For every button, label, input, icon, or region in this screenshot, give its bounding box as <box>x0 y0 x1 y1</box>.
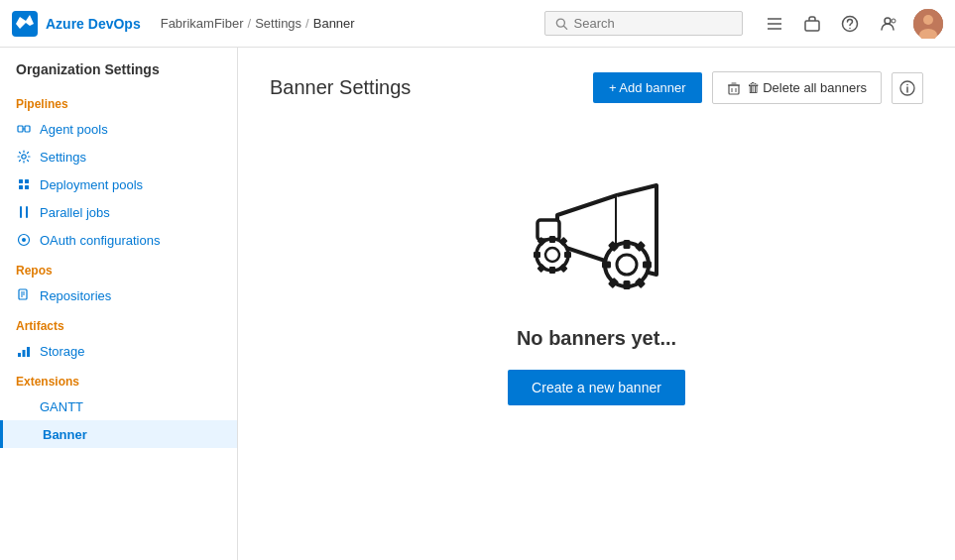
sidebar-item-settings[interactable]: Settings <box>0 143 237 170</box>
page-title: Banner Settings <box>270 76 411 99</box>
svg-rect-18 <box>25 179 29 183</box>
svg-rect-57 <box>602 262 611 269</box>
svg-rect-56 <box>643 262 652 269</box>
svg-point-8 <box>885 18 891 24</box>
search-input[interactable] <box>574 16 732 31</box>
sidebar-item-deployment-pools[interactable]: Deployment pools <box>0 170 237 198</box>
person-settings-icon[interactable] <box>876 12 899 36</box>
svg-line-1 <box>564 26 567 29</box>
logo-text: Azure DevOps <box>46 16 141 32</box>
svg-point-7 <box>849 27 851 29</box>
search-box[interactable] <box>544 11 743 36</box>
breadcrumb-sep-2: / <box>305 16 309 31</box>
breadcrumb-banner: Banner <box>313 16 355 31</box>
svg-point-39 <box>906 83 908 85</box>
empty-state: No banners yet... Create a new banner <box>270 136 923 445</box>
sidebar-item-repositories[interactable]: Repositories <box>0 281 237 309</box>
svg-point-9 <box>892 19 895 23</box>
svg-rect-17 <box>19 179 23 183</box>
empty-illustration <box>508 175 686 307</box>
storage-icon <box>16 343 32 359</box>
svg-rect-5 <box>805 21 819 31</box>
settings-icon <box>16 149 32 165</box>
svg-rect-55 <box>623 280 630 289</box>
sidebar: Organization Settings Pipelines Agent po… <box>0 48 238 560</box>
info-icon <box>899 80 915 96</box>
briefcase-icon[interactable] <box>800 12 824 36</box>
svg-rect-31 <box>27 347 30 357</box>
parallel-jobs-icon <box>16 204 32 220</box>
breadcrumb: FabrikamFiber / Settings / Banner <box>161 16 355 31</box>
section-extensions: Extensions <box>0 365 237 392</box>
info-button[interactable] <box>892 72 923 104</box>
help-icon[interactable] <box>838 12 862 36</box>
create-new-banner-button[interactable]: Create a new banner <box>508 370 685 405</box>
svg-rect-19 <box>19 185 23 189</box>
breadcrumb-sep-1: / <box>248 16 252 31</box>
svg-rect-41 <box>537 220 559 240</box>
settings-label: Settings <box>40 150 86 165</box>
section-artifacts: Artifacts <box>0 309 237 337</box>
top-nav: Azure DevOps FabrikamFiber / Settings / … <box>0 0 955 48</box>
svg-rect-46 <box>564 252 571 258</box>
delete-all-label: 🗑 Delete all banners <box>747 80 867 95</box>
storage-label: Storage <box>40 344 85 359</box>
svg-point-53 <box>617 255 637 275</box>
sidebar-item-parallel-jobs[interactable]: Parallel jobs <box>0 198 237 226</box>
banner-illustration <box>508 175 686 304</box>
deployment-pools-label: Deployment pools <box>40 177 143 192</box>
sidebar-title: Organization Settings <box>0 48 237 87</box>
gantt-label: GANTT <box>40 399 83 414</box>
svg-point-24 <box>22 238 26 242</box>
sidebar-item-gantt[interactable]: GANTT <box>0 392 237 420</box>
svg-point-11 <box>923 15 933 25</box>
svg-rect-44 <box>549 236 555 243</box>
repositories-label: Repositories <box>40 288 111 303</box>
empty-state-title: No banners yet... <box>517 327 676 350</box>
svg-rect-14 <box>25 126 30 132</box>
banner-nav-label: Banner <box>43 427 87 442</box>
sidebar-item-banner[interactable]: Banner <box>0 420 237 448</box>
section-pipelines: Pipelines <box>0 87 237 115</box>
add-banner-button[interactable]: + Add banner <box>593 72 702 103</box>
content-header: Banner Settings + Add banner 🗑 Delete al… <box>270 71 923 104</box>
parallel-jobs-label: Parallel jobs <box>40 205 110 220</box>
trash-icon <box>727 81 741 95</box>
breadcrumb-settings[interactable]: Settings <box>255 16 301 31</box>
logo-icon <box>12 11 38 37</box>
agent-pools-icon <box>16 121 32 137</box>
section-repos: Repos <box>0 254 237 281</box>
sidebar-item-storage[interactable]: Storage <box>0 337 237 365</box>
oauth-label: OAuth configurations <box>40 233 160 248</box>
svg-rect-54 <box>623 240 630 249</box>
add-banner-label: + Add banner <box>609 80 686 95</box>
breadcrumb-fabrikam[interactable]: FabrikamFiber <box>161 16 244 31</box>
sidebar-item-oauth[interactable]: OAuth configurations <box>0 226 237 254</box>
svg-rect-20 <box>25 185 29 189</box>
create-banner-label: Create a new banner <box>532 380 661 395</box>
main-layout: Organization Settings Pipelines Agent po… <box>0 48 955 560</box>
banner-nav-icon <box>19 426 35 442</box>
gantt-icon <box>16 398 32 414</box>
svg-rect-13 <box>18 126 23 132</box>
deployment-pools-icon <box>16 176 32 192</box>
repositories-icon <box>16 287 32 303</box>
delete-all-button[interactable]: 🗑 Delete all banners <box>712 71 882 104</box>
agent-pools-label: Agent pools <box>40 122 108 137</box>
nav-icons <box>763 9 943 39</box>
logo-area[interactable]: Azure DevOps <box>12 11 141 37</box>
content-area: Banner Settings + Add banner 🗑 Delete al… <box>238 48 955 560</box>
list-icon[interactable] <box>763 12 786 36</box>
svg-point-43 <box>545 248 559 262</box>
search-icon <box>555 17 568 31</box>
header-actions: + Add banner 🗑 Delete all banners <box>593 71 923 104</box>
svg-rect-45 <box>549 267 555 274</box>
sidebar-item-agent-pools[interactable]: Agent pools <box>0 115 237 143</box>
svg-rect-47 <box>534 252 540 258</box>
oauth-icon <box>16 232 32 248</box>
svg-rect-30 <box>23 350 26 357</box>
svg-point-16 <box>22 155 26 159</box>
svg-rect-32 <box>729 85 739 94</box>
avatar[interactable] <box>913 9 943 39</box>
svg-rect-29 <box>18 353 21 357</box>
